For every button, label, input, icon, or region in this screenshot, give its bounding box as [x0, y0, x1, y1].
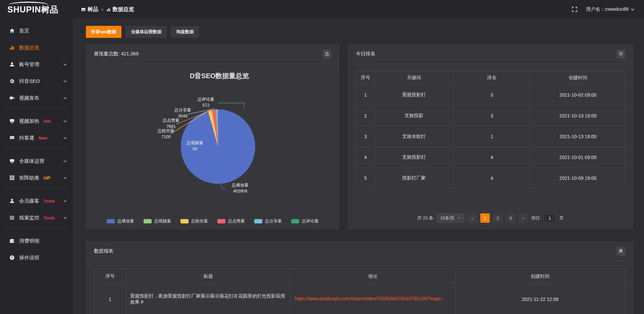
sidebar-item-label: 抖客通	[19, 135, 34, 141]
total-count-label: 共 23 条	[417, 215, 433, 221]
col-created: 创建时间	[531, 71, 625, 85]
sidebar-item-media-operation[interactable]: 全媒体运营	[0, 153, 72, 169]
legend-item-likes[interactable]: 总点赞量	[217, 218, 245, 224]
sidebar-item-label: 操作说明	[19, 255, 39, 261]
data-tabs: 抖音seo数据 全媒体运营数据 询盘数据	[86, 26, 633, 38]
chevron-down-icon	[63, 119, 67, 123]
sidebar-item-label: 线索监控	[19, 215, 39, 221]
day-badge-button[interactable]: 日	[616, 50, 625, 58]
pie-label-plays: 总播放量402909	[226, 182, 254, 194]
video-url-link[interactable]: https://www.iesdouyin.com/share/video/70…	[295, 296, 445, 301]
user-menu[interactable]: 用户名：zswodun88	[586, 6, 635, 12]
chevron-down-icon	[63, 176, 67, 180]
chevron-down-icon	[631, 7, 635, 11]
sidebar-item-label: 首页	[19, 28, 29, 34]
impressions-total-label: 展现量总数: 421,369	[94, 51, 139, 57]
legend-swatch	[180, 219, 189, 223]
page-button-3[interactable]: 3	[506, 213, 515, 223]
chevron-down-icon	[63, 199, 67, 203]
page-button-2[interactable]: 2	[493, 213, 502, 223]
report-card: 数据报表 表 序号 标题 地址 创建时间	[86, 241, 633, 314]
chevron-down-icon	[63, 96, 67, 100]
total-badge-button[interactable]: 总	[323, 50, 331, 58]
sidebar: 首页 数据总览 账号管理 抖音SEO 视频发布 视频加热 Hot	[0, 19, 72, 314]
sidebar-item-instructions[interactable]: 操作说明	[0, 249, 72, 266]
legend-item-plays[interactable]: 总播放量	[107, 218, 134, 224]
sidebar-item-home[interactable]: 首页	[0, 22, 72, 39]
sidebar-item-douyin-seo[interactable]: 抖音SEO	[0, 73, 72, 90]
sidebar-item-member-burst[interactable]: 会员爆客 Tools	[0, 193, 72, 209]
table-row: 4文旅投影灯42021-10-01 09:00	[356, 147, 625, 168]
pie-label-videos: 总视频量58	[181, 140, 209, 152]
next-page-button[interactable]: ›	[519, 213, 528, 223]
legend-item-videos[interactable]: 总视频量	[144, 218, 171, 224]
chevron-down-icon	[63, 136, 67, 140]
col-url: 地址	[290, 269, 455, 284]
col-created: 创建时间	[455, 269, 625, 284]
breadcrumb-current[interactable]: 数据总览	[106, 6, 134, 13]
sidebar-item-label: 抖音SEO	[19, 78, 40, 85]
chevron-down-icon	[63, 79, 67, 83]
chevron-down-icon	[457, 216, 461, 220]
legend-item-fans[interactable]: 总粉丝量	[180, 218, 208, 224]
tab-inquiry-data[interactable]: 询盘数据	[171, 26, 199, 38]
fullscreen-icon[interactable]	[572, 7, 577, 12]
legend-swatch	[107, 219, 115, 223]
prev-page-button[interactable]: ‹	[468, 213, 477, 223]
table-badge-button[interactable]: 表	[616, 247, 625, 256]
breadcrumb-current-label: 数据总览	[113, 6, 134, 13]
sidebar-item-label: 消费明细	[19, 238, 39, 244]
main-content: 抖音seo数据 全媒体运营数据 询盘数据 展现量总数: 421,369 总 D音…	[72, 19, 644, 314]
goto-unit-label: 页	[559, 215, 564, 221]
breadcrumb-home-label: 树品	[88, 6, 98, 13]
sidebar-item-label: 数据总览	[19, 45, 39, 51]
sidebar-item-clue-monitor[interactable]: 线索监控 Tools	[0, 209, 72, 226]
col-index: 序号	[94, 269, 126, 284]
breadcrumb: 树品 > 数据总览	[81, 6, 134, 13]
pie-chart-area: D音SEO数据量总览 总评论量572 总分享量3049	[86, 64, 339, 229]
picture-icon	[81, 7, 86, 12]
sidebar-item-label: 视频加热	[19, 118, 39, 124]
col-keyword: 关键词	[375, 71, 453, 85]
sidebar-item-video-heat[interactable]: 视频加热 Hot	[0, 113, 72, 129]
sidebar-item-data-overview[interactable]: 数据总览	[0, 39, 72, 56]
page-size-select[interactable]: 10条/页	[437, 213, 464, 223]
chat-bubble-icon	[9, 135, 15, 141]
sidebar-item-douketong[interactable]: 抖客通 New	[0, 129, 72, 146]
user-icon	[9, 198, 15, 204]
chart-legend: 总播放量 总视频量 总粉丝量 总点赞量	[86, 218, 339, 224]
sidebar-item-video-publish[interactable]: 视频发布	[0, 90, 72, 106]
col-rank: 排名	[453, 71, 531, 85]
sidebar-item-matrix-boost[interactable]: 矩阵助推 VIP	[0, 169, 72, 186]
question-icon	[9, 255, 15, 260]
goto-label: 前往	[531, 215, 540, 221]
tab-douyin-seo-data[interactable]: 抖音seo数据	[86, 26, 121, 38]
goto-page-input[interactable]	[543, 213, 556, 223]
table-header-row: 序号 关键词 排名 创建时间	[356, 71, 625, 85]
hot-tag: Hot	[43, 119, 51, 124]
legend-item-shares[interactable]: 总分享量	[254, 218, 282, 224]
sidebar-item-consumption[interactable]: 消费明细	[0, 232, 72, 249]
tab-media-operation-data[interactable]: 全媒体运营数据	[125, 26, 167, 38]
sidebar-item-account[interactable]: 账号管理	[0, 56, 72, 73]
pie-label-fans: 总粉丝量7100	[152, 128, 180, 140]
legend-item-comments[interactable]: 总评论量	[291, 218, 319, 224]
breadcrumb-separator: >	[101, 7, 104, 12]
sidebar-divider	[5, 189, 68, 190]
tools-tag: Tools	[43, 215, 55, 220]
breadcrumb-home[interactable]: 树品	[81, 6, 98, 13]
pagination: 共 23 条 10条/页 ‹ 1 2 3 › 前往 页	[348, 213, 633, 223]
home-icon	[9, 28, 15, 34]
legend-swatch	[291, 219, 299, 223]
wallet-icon	[9, 238, 15, 244]
overview-card: 展现量总数: 421,369 总 D音SEO数据量总览 总评论量572	[86, 44, 339, 229]
monitor-icon	[9, 158, 15, 164]
chevron-down-icon	[63, 62, 67, 66]
video-camera-icon	[9, 95, 15, 101]
table-row: 1 景观投影灯，夜游景观投影灯厂家展示展示落花灯在花园里的灯光投影应用效果 # …	[94, 284, 625, 314]
page-button-1[interactable]: 1	[480, 213, 490, 223]
bar-chart-icon	[106, 7, 111, 12]
chevron-down-icon	[63, 159, 67, 163]
report-table: 序号 标题 地址 创建时间 1 景观投影灯，夜游景观投影灯厂家展示展示落花灯在花…	[94, 269, 625, 314]
ranking-card: 今日排名 日 序号 关键词 排名 创建时间	[348, 44, 633, 229]
